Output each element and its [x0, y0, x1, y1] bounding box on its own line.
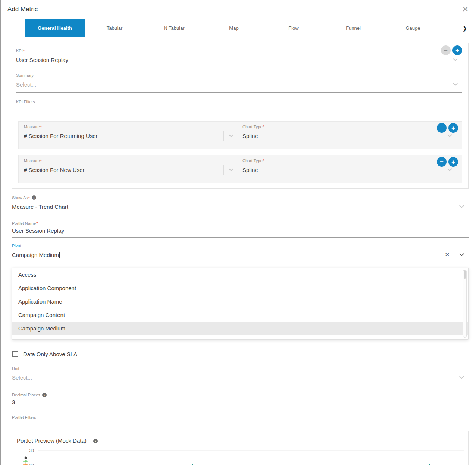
show-as-value: Measure - Trend Chart: [12, 204, 454, 210]
kpi-select[interactable]: User Session Replay: [16, 54, 462, 68]
measure-label: Measure*: [24, 158, 238, 163]
chevron-down-icon: [459, 203, 464, 208]
tab-bar: General Health Tabular N Tabular Map Flo…: [25, 19, 467, 37]
chart-type-field: Chart Type* Spline: [242, 158, 457, 178]
preview-spline-chart: [12, 431, 469, 465]
kpi-filters-input[interactable]: [16, 105, 462, 117]
show-as-dropdown-button[interactable]: [454, 205, 469, 208]
decimal-places-field: Decimal Places 3: [12, 393, 469, 409]
portlet-name-input[interactable]: User Session Replay: [12, 226, 469, 238]
tab-gauge[interactable]: Gauge: [383, 19, 443, 37]
pivot-label: Pivot: [12, 244, 469, 248]
dropdown-scrollbar[interactable]: [463, 270, 467, 338]
add-metric-modal: Add Metric ✕ General Health Tabular N Ta…: [0, 0, 476, 465]
modal-header: Add Metric ✕: [1, 0, 476, 18]
unit-dropdown-button[interactable]: [454, 376, 469, 379]
tabs-scroll-right-icon[interactable]: ❯: [462, 25, 467, 32]
measure-dropdown-button[interactable]: [224, 168, 238, 172]
unit-select[interactable]: Select...: [12, 371, 469, 386]
show-as-select[interactable]: Measure - Trend Chart: [12, 201, 469, 215]
chevron-down-icon: [459, 251, 464, 256]
option-campaign-medium[interactable]: Campaign Medium: [12, 322, 468, 335]
kpi-filters-label: KPI Filters: [16, 100, 462, 104]
add-measure-button[interactable]: +: [448, 157, 458, 167]
unit-field: Unit Select...: [12, 366, 469, 386]
kpi-group-panel: − + KPI* User Session Replay Summary Sel…: [12, 43, 469, 189]
summary-dropdown-button[interactable]: [448, 83, 462, 86]
summary-label: Summary: [16, 73, 462, 78]
decimal-places-input[interactable]: 3: [12, 398, 469, 409]
kpi-value: User Session Replay: [16, 57, 448, 63]
pivot-value: Campaign Medium: [12, 252, 440, 258]
unit-placeholder: Select...: [12, 374, 454, 381]
info-icon[interactable]: [42, 393, 47, 397]
clear-icon[interactable]: ✕: [440, 251, 454, 258]
tab-general-health[interactable]: General Health: [25, 19, 85, 37]
option-access[interactable]: Access: [12, 268, 468, 282]
chevron-down-icon: [447, 132, 452, 137]
tab-n-tabular[interactable]: N Tabular: [144, 19, 204, 37]
info-icon[interactable]: [93, 439, 98, 443]
option-campaign-content[interactable]: Campaign Content: [12, 308, 468, 322]
tab-label: General Health: [38, 25, 72, 31]
add-kpi-button[interactable]: +: [452, 45, 462, 55]
measure-select[interactable]: # Session For Returning User: [24, 130, 238, 144]
portlet-filters-field: Portlet Filters: [12, 415, 469, 420]
required-marker: *: [40, 158, 42, 163]
chart-type-select[interactable]: Spline: [242, 164, 457, 178]
add-measure-button[interactable]: +: [448, 123, 458, 133]
tab-label: Gauge: [405, 25, 420, 31]
chevron-down-icon: [453, 81, 458, 86]
option-application-component[interactable]: Application Component: [12, 282, 468, 295]
kpi-dropdown-button[interactable]: [448, 58, 462, 62]
chevron-down-icon: [229, 132, 234, 137]
measure-value: # Session For New User: [24, 167, 223, 173]
measure-select[interactable]: # Session For New User: [24, 164, 238, 178]
measure-dropdown-button[interactable]: [224, 134, 238, 138]
tab-map[interactable]: Map: [204, 19, 264, 37]
required-marker: *: [28, 195, 30, 200]
info-icon[interactable]: [32, 195, 36, 200]
pivot-field: Pivot Campaign Medium ✕: [12, 244, 469, 263]
portlet-name-label: Portlet Name*: [12, 221, 469, 226]
required-marker: *: [263, 158, 264, 163]
chart-type-label: Chart Type*: [242, 125, 457, 129]
close-icon[interactable]: ✕: [462, 5, 469, 13]
remove-measure-button[interactable]: −: [437, 157, 447, 167]
remove-measure-button[interactable]: −: [437, 123, 447, 133]
chart-type-value: Spline: [242, 167, 442, 173]
measure-row: − + Measure* # Session For Returning Use…: [18, 121, 462, 149]
required-marker: *: [263, 125, 264, 129]
tab-flow[interactable]: Flow: [264, 19, 323, 37]
chart-type-label: Chart Type*: [242, 158, 457, 163]
tab-tabular[interactable]: Tabular: [85, 19, 144, 37]
summary-placeholder: Select...: [16, 81, 448, 88]
option-partial[interactable]: Campaign Name: [12, 335, 468, 339]
option-application-name[interactable]: Application Name: [12, 295, 468, 308]
show-as-label: Show As*: [12, 195, 469, 200]
pivot-dropdown-button[interactable]: [454, 253, 469, 257]
required-marker: *: [36, 221, 38, 226]
scrollbar-thumb[interactable]: [464, 270, 466, 279]
remove-kpi-button[interactable]: −: [441, 45, 451, 55]
unit-label: Unit: [12, 366, 469, 371]
preview-title: Portlet Preview (Mock Data): [17, 437, 87, 444]
pivot-input[interactable]: Campaign Medium ✕: [12, 249, 469, 263]
portlet-filters-label: Portlet Filters: [12, 415, 469, 420]
show-as-field: Show As* Measure - Trend Chart: [12, 195, 469, 215]
tab-label: Tabular: [107, 25, 123, 31]
required-marker: *: [23, 48, 25, 53]
tab-label: Funnel: [346, 25, 361, 31]
chevron-down-icon: [229, 166, 234, 171]
data-only-above-sla-checkbox[interactable]: [12, 351, 18, 357]
portlet-preview-panel: Portlet Preview (Mock Data) 30 20 10: [12, 431, 469, 465]
tab-funnel[interactable]: Funnel: [323, 19, 383, 37]
chart-type-select[interactable]: Spline: [242, 130, 457, 144]
decimal-places-label: Decimal Places: [12, 393, 469, 397]
measure-field: Measure* # Session For New User: [24, 158, 238, 178]
summary-select[interactable]: Select...: [16, 78, 462, 93]
portlet-name-field: Portlet Name* User Session Replay: [12, 221, 469, 238]
chart-type-dropdown-button[interactable]: [442, 134, 457, 138]
chart-type-dropdown-button[interactable]: [442, 168, 457, 172]
required-marker: *: [40, 125, 42, 129]
